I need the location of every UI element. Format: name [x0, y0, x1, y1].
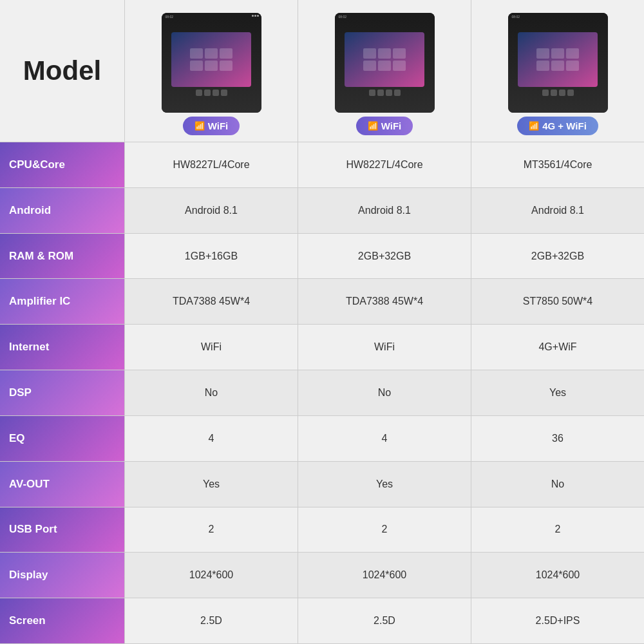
label-cell-0: CPU&Core — [0, 142, 124, 187]
spec-row-9: Display1024*6001024*6001024*600 — [0, 552, 644, 598]
radio-buttons-3 — [542, 90, 574, 96]
wifi-badge-1: 📶 WiFi — [183, 117, 240, 135]
radio-screen-1 — [171, 32, 251, 87]
spec-row-10: Screen2.5D2.5D2.5D+IPS — [0, 598, 644, 644]
label-cell-5: DSP — [0, 370, 124, 415]
model-title-cell: Model — [0, 0, 124, 142]
value-cell-10-0: 2.5D — [124, 598, 298, 643]
wifi-label-2: WiFi — [381, 120, 402, 131]
radio-buttons-2 — [369, 90, 401, 96]
wifi-label-1: WiFi — [208, 120, 229, 131]
value-cell-8-0: 2 — [124, 507, 298, 553]
label-cell-1: Android — [0, 188, 124, 233]
wifi-icon-2: 📶 — [368, 121, 378, 131]
value-cell-2-1: 2GB+32GB — [298, 234, 471, 279]
radio-buttons-1 — [196, 90, 227, 96]
car-radio-2: 08:02 — [335, 13, 435, 113]
spec-row-2: RAM & ROM1GB+16GB2GB+32GB2GB+32GB — [0, 233, 644, 279]
product-image-3: 08:02 — [508, 13, 608, 113]
model-title: Model — [23, 55, 101, 86]
value-cell-4-0: WiFi — [124, 325, 298, 370]
value-cell-5-0: No — [124, 370, 298, 415]
value-cell-3-1: TDA7388 45W*4 — [298, 279, 471, 324]
label-cell-3: Amplifier IC — [0, 279, 124, 324]
value-cell-9-2: 1024*600 — [471, 553, 644, 598]
value-cell-1-0: Android 8.1 — [124, 188, 298, 233]
spec-row-0: CPU&CoreHW8227L/4CoreHW8227L/4CoreMT3561… — [0, 142, 644, 187]
value-cell-2-0: 1GB+16GB — [124, 234, 298, 279]
value-cell-7-2: No — [471, 462, 644, 507]
value-cell-0-2: MT3561/4Core — [471, 142, 644, 187]
comparison-table: Model 08:02 — [0, 0, 644, 644]
label-cell-7: AV-OUT — [0, 462, 124, 507]
spec-row-4: InternetWiFiWiFi4G+WiF — [0, 324, 644, 370]
4g-label: 4G + WiFi — [542, 120, 587, 131]
product-cell-3: 08:02 — [471, 0, 644, 142]
value-cell-3-0: TDA7388 45W*4 — [124, 279, 298, 324]
car-radio-3: 08:02 — [508, 13, 608, 113]
product-image-1: 08:02 — [162, 13, 261, 113]
value-cell-1-1: Android 8.1 — [298, 188, 471, 233]
product-cell-1: 08:02 — [124, 0, 298, 142]
value-cell-7-0: Yes — [124, 462, 298, 507]
label-cell-2: RAM & ROM — [0, 234, 124, 279]
car-radio-1: 08:02 — [162, 13, 261, 113]
product-image-2: 08:02 — [335, 13, 435, 113]
label-cell-6: EQ — [0, 416, 124, 461]
radio-screen-2 — [345, 32, 424, 87]
value-cell-1-2: Android 8.1 — [471, 188, 644, 233]
spec-row-5: DSPNoNoYes — [0, 370, 644, 415]
4g-icon: 📶 — [529, 121, 539, 131]
product-cell-2: 08:02 — [298, 0, 471, 142]
value-cell-0-0: HW8227L/4Core — [124, 142, 298, 187]
value-cell-10-1: 2.5D — [298, 598, 471, 643]
label-cell-9: Display — [0, 553, 124, 598]
spec-table: CPU&CoreHW8227L/4CoreHW8227L/4CoreMT3561… — [0, 142, 644, 644]
value-cell-7-1: Yes — [298, 462, 471, 507]
value-cell-8-2: 2 — [471, 507, 644, 553]
value-cell-6-1: 4 — [298, 416, 471, 461]
label-cell-10: Screen — [0, 598, 124, 643]
spec-row-3: Amplifier ICTDA7388 45W*4TDA7388 45W*4ST… — [0, 278, 644, 324]
radio-screen-3 — [518, 32, 598, 87]
spec-row-8: USB Port222 — [0, 507, 644, 553]
label-cell-4: Internet — [0, 325, 124, 370]
spec-row-7: AV-OUTYesYesNo — [0, 461, 644, 507]
value-cell-8-1: 2 — [298, 507, 471, 553]
value-cell-9-0: 1024*600 — [124, 553, 298, 598]
value-cell-6-2: 36 — [471, 416, 644, 461]
spec-row-6: EQ4436 — [0, 415, 644, 461]
value-cell-4-1: WiFi — [298, 325, 471, 370]
value-cell-10-2: 2.5D+IPS — [471, 598, 644, 643]
value-cell-6-0: 4 — [124, 416, 298, 461]
header-row: Model 08:02 — [0, 0, 644, 142]
wifi-badge-4g: 📶 4G + WiFi — [517, 117, 598, 135]
value-cell-0-1: HW8227L/4Core — [298, 142, 471, 187]
value-cell-9-1: 1024*600 — [298, 553, 471, 598]
wifi-icon-1: 📶 — [194, 121, 205, 131]
value-cell-5-2: Yes — [471, 370, 644, 415]
value-cell-5-1: No — [298, 370, 471, 415]
label-cell-8: USB Port — [0, 507, 124, 553]
value-cell-4-2: 4G+WiF — [471, 325, 644, 370]
spec-row-1: AndroidAndroid 8.1Android 8.1Android 8.1 — [0, 187, 644, 233]
value-cell-2-2: 2GB+32GB — [471, 234, 644, 279]
wifi-badge-2: 📶 WiFi — [356, 117, 413, 135]
value-cell-3-2: ST7850 50W*4 — [471, 279, 644, 324]
